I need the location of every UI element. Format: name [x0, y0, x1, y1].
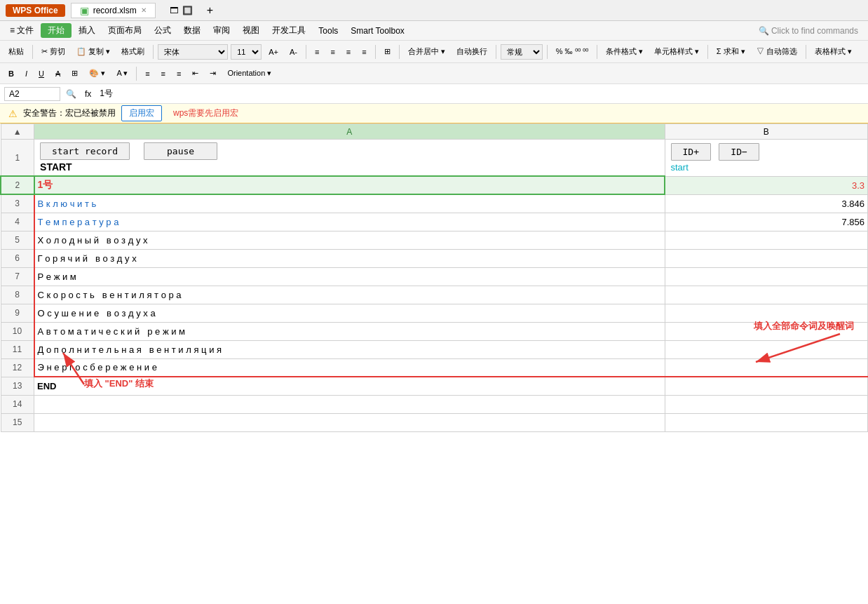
wps-logo[interactable]: WPS Office [6, 4, 65, 17]
paste-btn[interactable]: 粘贴 [4, 45, 28, 58]
zoom-icon[interactable]: 🔍 [63, 89, 79, 99]
cell-B4[interactable]: 7.856 [665, 213, 868, 231]
cell-B12[interactable] [665, 358, 868, 377]
col-header-B[interactable]: B [665, 124, 868, 140]
start-record-btn[interactable]: start record [40, 142, 130, 160]
toolbar-row1: 粘贴 ✂ 剪切 📋 复制 ▾ 格式刷 宋体 11 A+ A- ≡ ≡ ≡ ≡ ⊞… [0, 41, 868, 63]
copy-btn[interactable]: 📋 复制 ▾ [72, 45, 114, 58]
indent-btn[interactable]: ⇤ [188, 67, 203, 79]
cell-B15[interactable] [665, 413, 868, 431]
cell-A13[interactable]: END [34, 377, 665, 395]
cell-A15[interactable] [34, 413, 665, 431]
menu-view[interactable]: 视图 [237, 23, 265, 38]
menu-home[interactable]: 开始 [41, 23, 72, 38]
cell-A10[interactable]: А в т о м а т и ч е с к и й р е ж и м [34, 322, 665, 340]
underline-btn[interactable]: U [34, 68, 48, 79]
cell-A11[interactable]: Д о п о л н и т е л ь н а я в е н т и л … [34, 340, 665, 358]
cell-A2[interactable]: 1号 [34, 176, 665, 194]
number-format-select[interactable]: 常规 [501, 44, 543, 60]
cell-A6[interactable]: Г о р я ч и й в о з д у х [34, 249, 665, 267]
align-top-btn[interactable]: ≡ [141, 68, 154, 79]
formula-input[interactable] [97, 88, 864, 100]
row-num-11: 11 [1, 340, 34, 358]
menu-layout[interactable]: 页面布局 [102, 23, 147, 38]
bold-btn[interactable]: B [4, 68, 18, 79]
cell-B11[interactable] [665, 340, 868, 358]
border-btn[interactable]: ⊞ [67, 67, 82, 79]
filter-btn[interactable]: ▽ 自动筛选 [752, 45, 801, 58]
fill-color-btn[interactable]: 🎨 ▾ [85, 67, 109, 79]
cell-A7[interactable]: Р е ж и м [34, 267, 665, 286]
italic-btn[interactable]: I [21, 68, 32, 79]
id-minus-btn[interactable]: ID− [719, 143, 759, 161]
cell-B14[interactable] [665, 395, 868, 413]
cell-B9[interactable] [665, 304, 868, 322]
menu-dev[interactable]: 开发工具 [266, 23, 311, 38]
row-num-15: 15 [1, 413, 34, 431]
cell-B13[interactable] [665, 377, 868, 395]
cell-A4[interactable]: Т е м п е р а т у р а [34, 213, 665, 231]
cell-B3[interactable]: 3.846 [665, 194, 868, 213]
cell-B8[interactable] [665, 286, 868, 304]
font-bigger-btn[interactable]: A+ [264, 46, 283, 58]
enable-macro-btn[interactable]: 启用宏 [121, 105, 162, 121]
menu-insert[interactable]: 插入 [73, 23, 101, 38]
cond-format-btn[interactable]: 条件格式 ▾ [602, 45, 647, 58]
toolbar-row2: B I U A ⊞ 🎨 ▾ A ▾ ≡ ≡ ≡ ⇤ ⇥ Orientation … [0, 63, 868, 84]
sum-btn[interactable]: Σ 求和 ▾ [712, 45, 750, 58]
align-middle-btn[interactable]: ≡ [157, 68, 170, 79]
font-color-btn[interactable]: A ▾ [112, 67, 132, 79]
menu-file[interactable]: ≡ 文件 [4, 23, 39, 38]
cell-A12[interactable]: Э н е р г о с б е р е ж е н и е [34, 358, 665, 377]
outdent-btn[interactable]: ⇥ [205, 67, 220, 79]
cell-A14[interactable] [34, 395, 665, 413]
row-num-12: 12 [1, 358, 34, 377]
file-tab[interactable]: ▣ record.xlsm ✕ [71, 3, 156, 18]
cell-B7[interactable] [665, 267, 868, 286]
align-left-btn[interactable]: ≡ [311, 46, 323, 58]
cell-A8[interactable]: С к о р о с т ь в е н т и л я т о р а [34, 286, 665, 304]
fx-icon[interactable]: fx [82, 89, 94, 99]
align-center-btn[interactable]: ≡ [326, 46, 339, 58]
menu-review[interactable]: 审阅 [208, 23, 236, 38]
cell-B2[interactable]: 3.3 [665, 176, 868, 194]
wrap-btn[interactable]: ⊞ [380, 46, 395, 58]
orientation-btn[interactable]: Orientation ▾ [223, 67, 276, 79]
percent-btn[interactable]: % ‰ ⁰⁰ ⁰⁰ [552, 46, 592, 58]
menu-formula[interactable]: 公式 [149, 23, 177, 38]
table-row: 1 start record pause START ID+ ID− start [1, 140, 868, 177]
row-num-4: 4 [1, 213, 34, 231]
add-tab-btn[interactable]: + [207, 4, 213, 17]
cell-B6[interactable] [665, 249, 868, 267]
justify-btn[interactable]: ≡ [358, 46, 370, 58]
pause-btn[interactable]: pause [144, 142, 217, 160]
auto-wrap-btn[interactable]: 自动换行 [452, 45, 491, 58]
merge-btn[interactable]: 合并居中 ▾ [404, 45, 449, 58]
cell-B5[interactable] [665, 231, 868, 249]
menu-data[interactable]: 数据 [178, 23, 206, 38]
grid-table: ▲ A B 1 start record pause START ID+ ID− [0, 123, 868, 432]
menu-smart[interactable]: Smart Toolbox [345, 25, 409, 37]
table-row: 11 Д о п о л н и т е л ь н а я в е н т и… [1, 340, 868, 358]
align-bottom-btn[interactable]: ≡ [172, 68, 185, 79]
strikethrough-btn[interactable]: A [51, 68, 65, 79]
font-family-select[interactable]: 宋体 [158, 44, 228, 60]
cut-btn[interactable]: ✂ 剪切 [37, 45, 69, 58]
id-plus-btn[interactable]: ID+ [671, 143, 711, 161]
row-num-9: 9 [1, 304, 34, 322]
cell-A3[interactable]: В к л ю ч и т ь [34, 194, 665, 213]
align-right-btn[interactable]: ≡ [342, 46, 355, 58]
format-brush-btn[interactable]: 格式刷 [117, 45, 149, 58]
cell-A5[interactable]: Х о л о д н ы й в о з д у х [34, 231, 665, 249]
cell-reference[interactable]: A2 [4, 87, 60, 101]
col-header-A[interactable]: A [34, 124, 665, 140]
font-smaller-btn[interactable]: A- [285, 46, 301, 58]
cell-style-btn[interactable]: 单元格样式 ▾ [650, 45, 703, 58]
font-size-select[interactable]: 11 [231, 44, 262, 60]
cell-B10[interactable] [665, 322, 868, 340]
pin-btn[interactable]: 🗖 🔲 [161, 4, 201, 17]
cell-A9[interactable]: О с у ш е н и е в о з д у х а [34, 304, 665, 322]
menu-find[interactable]: 🔍 Click to find commands [753, 25, 864, 37]
menu-tools[interactable]: Tools [313, 25, 344, 37]
table-style-btn[interactable]: 表格样式 ▾ [811, 45, 856, 58]
